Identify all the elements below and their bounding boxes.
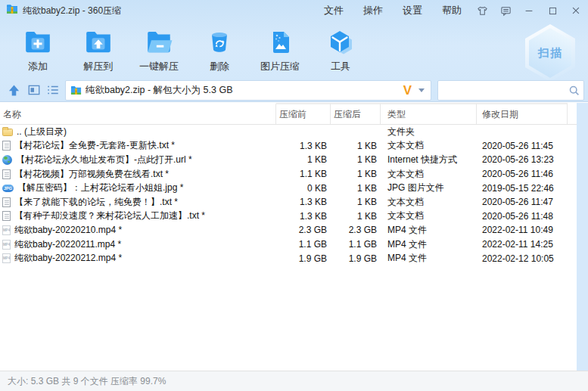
size-before: 1.1 GB — [276, 239, 331, 250]
maximize-button[interactable] — [546, 5, 558, 17]
delete-button[interactable]: 删除 — [189, 23, 250, 73]
file-name: 【村花论坛永久地址发布页】-点此打开.url * — [16, 154, 192, 166]
skin-icon[interactable] — [476, 5, 488, 17]
table-row[interactable]: JPG【解压密码】：上村花论坛看小姐姐.jpg *0 KB1 KBJPG 图片文… — [0, 181, 577, 195]
tool-label: 添加 — [28, 60, 48, 73]
menu-settings[interactable]: 设置 — [403, 4, 422, 17]
size-after: 1.9 GB — [331, 253, 381, 264]
add-folder-icon — [23, 27, 53, 57]
size-before: 1 KB — [276, 154, 331, 165]
menu-help[interactable]: 帮助 — [442, 4, 462, 17]
one-click-extract-button[interactable]: 一键解压 — [129, 23, 189, 73]
minimize-button[interactable] — [523, 5, 535, 17]
file-type: 文本文档 — [381, 209, 477, 222]
size-after: 1 KB — [331, 169, 381, 179]
table-row[interactable]: MP4纯欲baby-20220212.mp4 *1.9 GB1.9 GBMP4 … — [0, 251, 577, 265]
table-row[interactable]: 【有种子却没速度？来村花论坛人工加速】.txt *1.3 KB1 KB文本文档2… — [0, 209, 577, 224]
size-before: 0 KB — [276, 183, 331, 194]
v-logo: V — [403, 84, 412, 97]
tool-label: 一键解压 — [139, 60, 179, 73]
up-directory-icon[interactable] — [6, 82, 21, 98]
txt-icon — [2, 197, 11, 207]
tool-label: 删除 — [210, 60, 229, 73]
title-bar: 纯欲baby2.zip - 360压缩 文件 操作 设置 帮助 — [0, 0, 588, 21]
file-name: .. (上级目录) — [17, 126, 67, 138]
file-list-area: 名称 压缩前 压缩后 类型 修改日期 .. (上级目录)文件夹【村花论坛】全免费… — [0, 103, 577, 371]
column-header-name[interactable]: 名称 — [0, 103, 276, 124]
file-type: MP4 文件 — [381, 224, 477, 237]
file-name: 【解压密码】：上村花论坛看小姐姐.jpg * — [17, 182, 183, 194]
table-row[interactable]: 【村花论坛永久地址发布页】-点此打开.url *1 KB1 KBInternet… — [0, 153, 577, 167]
file-name-cell: 【有种子却没速度？来村花论坛人工加速】.txt * — [0, 209, 276, 222]
image-file-icon — [265, 27, 295, 57]
modified-date: 2022-02-11 10:49 — [477, 225, 568, 235]
file-name-cell: .. (上级目录) — [0, 126, 276, 138]
app-zip-icon — [6, 3, 18, 18]
search-input[interactable] — [438, 81, 565, 100]
open-folder-icon — [144, 27, 174, 57]
file-name: 纯欲baby-20220211.mp4 * — [14, 238, 121, 251]
file-name-cell: 【来了就能下载的论坛，纯免费！】.txt * — [0, 196, 276, 209]
list-view-icon[interactable] — [45, 82, 61, 98]
image-compress-button[interactable]: 图片压缩 — [250, 23, 310, 73]
search-box[interactable] — [437, 80, 584, 101]
table-row[interactable]: MP4纯欲baby-20220210.mp4 *2.3 GB2.3 GBMP4 … — [0, 223, 577, 237]
column-header-after[interactable]: 压缩后 — [331, 103, 381, 124]
modified-date: 2020-05-26 13:23 — [477, 154, 568, 165]
status-text: 大小: 5.3 GB 共 9 个文件 压缩率 99.7% — [8, 375, 166, 388]
table-row[interactable]: 【村花论坛】全免费-无套路-更新快.txt *1.3 KB1 KB文本文档202… — [0, 139, 577, 154]
url-icon — [2, 155, 12, 165]
file-name-cell: 【村花视频】万部视频免费在线看.txt * — [0, 168, 276, 181]
size-after: 1.1 GB — [331, 239, 381, 250]
size-after: 2.3 GB — [331, 225, 381, 235]
file-type: 文件夹 — [381, 126, 477, 138]
modified-date: 2020-05-26 11:48 — [477, 211, 568, 222]
file-type: MP4 文件 — [381, 238, 477, 251]
scrollbar-track[interactable] — [577, 103, 588, 371]
file-type: 文本文档 — [381, 139, 477, 152]
column-header-before[interactable]: 压缩前 — [276, 103, 331, 124]
mp4-icon: MP4 — [2, 225, 11, 235]
chevron-down-icon[interactable] — [418, 88, 425, 92]
table-row[interactable]: MP4纯欲baby-20220211.mp4 *1.1 GB1.1 GBMP4 … — [0, 237, 577, 252]
table-row[interactable]: 【村花视频】万部视频免费在线看.txt *1.1 KB1 KB文本文档2020-… — [0, 167, 577, 182]
file-list: .. (上级目录)文件夹【村花论坛】全免费-无套路-更新快.txt *1.3 K… — [0, 125, 577, 265]
file-type: 文本文档 — [381, 168, 477, 181]
menu-file[interactable]: 文件 — [324, 4, 344, 17]
file-name: 【有种子却没速度？来村花论坛人工加速】.txt * — [14, 209, 205, 222]
file-name: 【来了就能下载的论坛，纯免费！】.txt * — [14, 196, 178, 209]
feedback-icon[interactable] — [499, 5, 512, 17]
size-before: 1.3 KB — [276, 141, 331, 151]
tools-button[interactable]: 工具 — [310, 23, 371, 73]
modified-date: 2022-02-11 14:25 — [477, 239, 568, 250]
address-bar[interactable]: 纯欲baby2.zip - 解包大小为 5.3 GB V — [65, 80, 431, 101]
folder-up-icon — [2, 129, 13, 136]
file-type: Internet 快捷方式 — [381, 154, 477, 166]
status-bar: 大小: 5.3 GB 共 9 个文件 压缩率 99.7% — [0, 371, 588, 391]
archive-zip-icon — [70, 85, 82, 96]
view-mode-icon[interactable] — [26, 82, 42, 98]
column-header-type[interactable]: 类型 — [381, 103, 477, 124]
file-type: 文本文档 — [381, 196, 477, 209]
search-icon[interactable] — [565, 85, 583, 97]
table-row[interactable]: 【来了就能下载的论坛，纯免费！】.txt *1.3 KB1 KB文本文档2020… — [0, 195, 577, 209]
size-before: 2.3 GB — [276, 225, 331, 235]
file-type: JPG 图片文件 — [381, 182, 477, 194]
size-before: 1.1 KB — [276, 169, 331, 179]
add-button[interactable]: 添加 — [8, 23, 68, 73]
window-chrome: 纯欲baby2.zip - 360压缩 文件 操作 设置 帮助 — [0, 0, 588, 102]
table-row[interactable]: .. (上级目录)文件夹 — [0, 125, 577, 139]
menu-action[interactable]: 操作 — [363, 4, 383, 17]
size-after: 1 KB — [331, 211, 381, 222]
file-name: 【村花论坛】全免费-无套路-更新快.txt * — [14, 139, 175, 152]
extract-to-button[interactable]: 解压到 — [68, 23, 129, 73]
file-name-cell: MP4纯欲baby-20220210.mp4 * — [0, 224, 276, 237]
modified-date: 2022-02-12 10:05 — [477, 253, 568, 264]
file-name: 【村花视频】万部视频免费在线看.txt * — [14, 168, 169, 181]
close-button[interactable] — [570, 5, 582, 17]
modified-date: 2020-05-26 11:47 — [477, 197, 568, 207]
column-header-date[interactable]: 修改日期 — [477, 103, 568, 124]
scan-badge[interactable]: 扫描 — [525, 24, 575, 82]
txt-icon — [2, 169, 11, 179]
column-header-row: 名称 压缩前 压缩后 类型 修改日期 — [0, 103, 577, 125]
